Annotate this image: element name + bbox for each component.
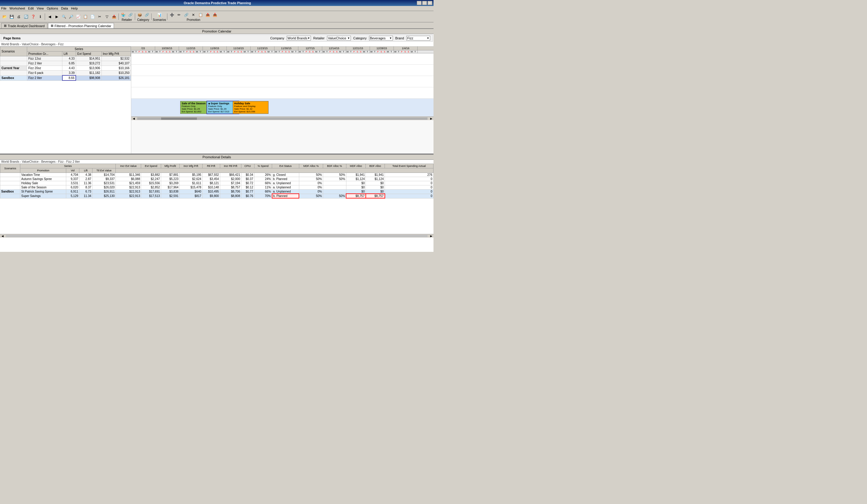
save-icon[interactable]: 💾 [8, 13, 15, 20]
week-days: W T F S S M T [275, 51, 298, 53]
lift-cell: 8.37 [79, 185, 93, 189]
menu-data[interactable]: Data [61, 7, 68, 10]
promo-add-icon[interactable]: ➕ [169, 12, 175, 18]
tab-promo-calendar[interactable]: ⊠ Filtered - Promotion Planning Calendar [48, 23, 114, 28]
window-controls[interactable]: _ □ × [417, 1, 434, 5]
ttl-evt-val-cell: $26,911 [92, 189, 116, 194]
filter-icon[interactable]: ▽ [104, 13, 110, 20]
scroll-right-button[interactable]: ▶ [429, 117, 434, 120]
refresh-icon[interactable]: 🔄 [23, 13, 29, 20]
evt-spend-cell: $13,906 [76, 66, 101, 70]
promo-copy-icon[interactable]: 📋 [197, 12, 204, 18]
bdf-alloc-cell: $1,941 [366, 173, 385, 177]
day: W [203, 51, 206, 53]
menu-file[interactable]: File [1, 7, 7, 10]
graph-icon[interactable]: 📈 [75, 13, 82, 20]
menu-options[interactable]: Options [47, 7, 58, 10]
day: F [376, 51, 380, 53]
minimize-button[interactable]: _ [417, 1, 421, 5]
menu-view[interactable]: View [37, 7, 44, 10]
close-button[interactable]: × [428, 1, 432, 5]
evt-status-cell: b. Planned [272, 177, 299, 181]
category-icon1[interactable]: 📦 [136, 12, 143, 18]
scroll-left-button[interactable]: ◀ [131, 117, 136, 120]
cal-week: 12/28/15 [370, 46, 394, 50]
evt-spend-cell: $15,556 [141, 181, 161, 185]
promo-edit-icon[interactable]: ✏ [176, 12, 182, 18]
lift-cell: 4.43 [62, 66, 76, 70]
mdf-alloc-cell-highlighted[interactable]: $8,757 [346, 194, 366, 198]
right-panel[interactable]: /15 10/26/15 11/2/15 11/9/15 11/16/15 11… [131, 46, 434, 153]
cut-icon[interactable]: ✂ [96, 13, 103, 20]
details-horizontal-scrollbar[interactable]: ◀ ▶ [0, 234, 434, 238]
day: T [223, 51, 226, 53]
scenarios-icon[interactable]: 📊 [156, 12, 163, 18]
forward-icon[interactable]: ▶ [53, 13, 60, 20]
export-icon[interactable]: 📤 [111, 13, 117, 20]
day: W [131, 51, 135, 53]
evt-status-cell-highlighted[interactable]: b. Planned [272, 194, 299, 198]
tab-trade-analyst-icon: ⊠ [4, 24, 7, 28]
retailer-icon1[interactable]: 🏪 [120, 12, 127, 18]
bdf-alloc-cell-highlighted[interactable]: $8,757 [366, 194, 385, 198]
tab-promo-calendar-icon: ⊠ [51, 24, 53, 28]
mfg-profit-cell: $3,269 [161, 181, 179, 185]
zoom-out-icon[interactable]: 🔎 [68, 13, 74, 20]
table-row-selected[interactable]: Sandbox Fizz 2 liter 8.66 $98,908 $26,18… [0, 75, 131, 80]
promo-delete-icon[interactable]: ✕ [190, 12, 196, 18]
day: T [230, 51, 233, 53]
promo-link-icon[interactable]: 🔗 [183, 12, 190, 18]
day: T [246, 51, 250, 53]
help-icon[interactable]: ❓ [30, 13, 36, 20]
menu-help[interactable]: Help [71, 7, 78, 10]
day: S [165, 51, 168, 53]
maximize-button[interactable]: □ [422, 1, 427, 5]
open-icon[interactable]: 📂 [1, 13, 8, 20]
week-days: W T F S S M T [203, 51, 227, 53]
scenario-cell: Current Year [0, 66, 27, 70]
day: T [366, 51, 369, 53]
category-filter[interactable]: Beverages ▼ [369, 36, 393, 41]
promo-box-holiday-sale[interactable]: Holiday Sale Feature and Display Sale Pr… [233, 101, 268, 114]
copy-icon[interactable]: 📋 [82, 13, 89, 20]
incr-mfg-prft-cell: $640 [180, 189, 203, 194]
horizontal-scrollbar[interactable]: ◀ ▶ [131, 117, 434, 120]
cpiu-cell: $0.72 [241, 181, 254, 185]
company-dropdown-arrow: ▼ [307, 37, 310, 40]
evt-status-cell: a. Unplanned [272, 189, 299, 194]
ttl-evt-val-cell: $23,531 [92, 181, 116, 185]
day: M [267, 51, 270, 53]
bdf-alloc-pct-cell [323, 185, 346, 189]
company-label: Company [270, 36, 284, 40]
retailer-filter[interactable]: ValueChoice ▼ [327, 36, 351, 41]
day: T [318, 51, 321, 53]
cal-week: /15 [131, 46, 155, 50]
evt-status-cell: g. Closed [272, 173, 299, 177]
menu-worksheet[interactable]: Worksheet [10, 7, 25, 10]
info-icon[interactable]: ℹ [37, 13, 44, 20]
menu-edit[interactable]: Edit [28, 7, 34, 10]
company-value: World Brands [288, 36, 307, 40]
brand-filter[interactable]: Fizz ▼ [406, 36, 430, 41]
cal-week: 10/26/15 [155, 46, 179, 50]
back-icon[interactable]: ◀ [46, 13, 53, 20]
day: M [148, 51, 151, 53]
zoom-in-icon[interactable]: 🔍 [61, 13, 67, 20]
paste-icon[interactable]: 📄 [89, 13, 96, 20]
day: M [386, 51, 390, 53]
scroll-right-btn[interactable]: ▶ [429, 234, 434, 238]
print-icon[interactable]: 🖨 [15, 13, 22, 20]
category-icon2[interactable]: 🔗 [143, 12, 150, 18]
day: S [240, 51, 243, 53]
day: S [383, 51, 386, 53]
company-filter[interactable]: World Brands ▼ [287, 36, 311, 41]
tab-trade-analyst[interactable]: ⊠ Trade Analyst Dashboard [1, 23, 47, 28]
incr-mfg-prft-cell: $40,107 [101, 61, 131, 66]
retailer-icon2[interactable]: 🔗 [127, 12, 133, 18]
promo-import-icon[interactable]: 📥 [212, 12, 218, 18]
details-table-container[interactable]: Scenarios Series Incr Evt Value Evt Spen… [0, 164, 434, 234]
day: T [302, 51, 305, 53]
mdf-alloc-pct-cell: 50% [299, 194, 323, 198]
promo-export-icon[interactable]: 📤 [204, 12, 211, 18]
scroll-left-btn[interactable]: ◀ [0, 234, 5, 238]
